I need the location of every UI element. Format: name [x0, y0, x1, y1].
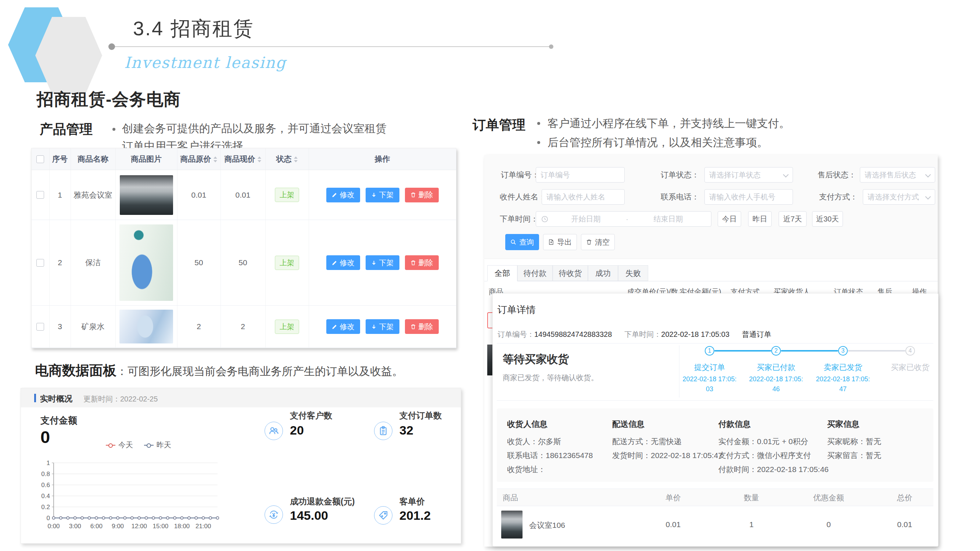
sort-icon[interactable]	[294, 157, 298, 162]
offshelf-button[interactable]: 下架	[366, 255, 399, 270]
svg-text:0: 0	[47, 514, 50, 522]
info-col-title: 收货人信息	[507, 419, 547, 430]
order-detail-title: 订单详情	[498, 303, 536, 316]
tab-success[interactable]: 成功	[588, 265, 618, 281]
clear-button[interactable]: 清空	[581, 234, 615, 250]
table-row: 2 保洁 50 50 上架 修改 下架 删除	[32, 220, 456, 306]
export-button[interactable]: 导出	[543, 234, 577, 250]
order-no-label: 订单编号：	[501, 167, 539, 183]
quick-range-30d-button[interactable]: 近30天	[812, 211, 843, 227]
stat-label: 客单价	[399, 496, 425, 507]
svg-text:15:00: 15:00	[153, 523, 169, 530]
items-header-product: 商品	[503, 492, 518, 503]
svg-text:0.8: 0.8	[41, 470, 50, 478]
arrow-down-icon	[371, 192, 377, 198]
info-row: 发货时间：2022-02-18 17:05:47	[612, 450, 722, 460]
cell-current-price: 2	[221, 306, 265, 348]
tab-failed[interactable]: 失败	[618, 265, 648, 281]
quick-range-yesterday-button[interactable]: 昨日	[748, 211, 772, 227]
price-tag-icon	[374, 506, 393, 524]
col-current-price-label: 商品现价	[224, 155, 255, 163]
row-checkbox[interactable]	[37, 259, 44, 267]
step-label-paid: 买家已付款	[747, 362, 805, 373]
delete-button[interactable]: 删除	[405, 188, 439, 202]
delete-button[interactable]: 删除	[405, 255, 439, 270]
col-actions: 操作	[309, 148, 456, 170]
dashboard-heading-desc: ：可图形化展现当前会务电商业务所产生的订单以及收益。	[116, 364, 403, 379]
offshelf-button-label: 下架	[379, 190, 394, 200]
sort-icon[interactable]	[213, 157, 218, 162]
info-row: 买家昵称：暂无	[827, 437, 881, 447]
order-no-label: 订单编号：	[498, 330, 534, 338]
date-range-picker[interactable]: 开始日期 · 结束日期	[536, 211, 711, 227]
legend-item-yesterday[interactable]: 昨天	[144, 440, 171, 450]
order-status-desc: 商家已发货，等待确认收货。	[503, 373, 598, 383]
item-total: 0.01	[897, 520, 912, 529]
phone-input[interactable]	[705, 189, 793, 205]
delete-button[interactable]: 删除	[405, 319, 439, 334]
order-time-label: 下单时间：	[624, 330, 661, 338]
chart-legend: 今天 昨天	[106, 440, 171, 450]
accent-bar	[34, 394, 36, 402]
clock-icon	[541, 216, 548, 222]
quick-range-7d-button[interactable]: 近7天	[779, 211, 807, 227]
tab-all[interactable]: 全部	[487, 265, 517, 281]
trash-icon	[410, 260, 416, 265]
sort-icon[interactable]	[258, 157, 262, 162]
divider	[679, 345, 679, 397]
tab-pending-receipt[interactable]: 待收货	[553, 265, 588, 281]
offshelf-button[interactable]: 下架	[366, 319, 399, 334]
section-title: 3.4 招商租赁	[133, 16, 254, 42]
status-badge: 上架	[275, 188, 299, 202]
status-badge: 上架	[275, 256, 299, 270]
info-col-title: 配送信息	[612, 419, 644, 430]
svg-text:0.2: 0.2	[41, 503, 50, 511]
quick-range-today-button[interactable]: 今日	[718, 211, 741, 227]
info-col-title: 付款信息	[718, 419, 751, 430]
info-col-title: 买家信息	[827, 419, 859, 430]
search-button[interactable]: 查询	[505, 234, 539, 250]
edit-button[interactable]: 修改	[326, 319, 360, 334]
stat-value: 32	[399, 423, 414, 438]
tab-pending-payment[interactable]: 待付款	[517, 265, 553, 281]
step-label-submit: 提交订单	[680, 362, 739, 373]
receiver-name-label: 收件人姓名：	[500, 189, 546, 205]
cell-name: 保洁	[70, 220, 115, 306]
bullet-dot	[537, 141, 540, 144]
edit-button[interactable]: 修改	[326, 255, 360, 270]
order-time-label: 下单时间：	[500, 211, 538, 227]
slide-canvas: 3.4 招商租赁 Investment leasing 招商租赁-会务电商 产品…	[0, 0, 980, 551]
row-checkbox[interactable]	[37, 323, 44, 330]
pay-method-select[interactable]: 请选择支付方式	[863, 189, 935, 205]
info-row: 收货人：尔多斯	[507, 437, 561, 447]
svg-text:3:00: 3:00	[69, 523, 81, 530]
svg-text:12:00: 12:00	[131, 523, 147, 530]
order-detail-meta: 订单编号：1494598824742883328 下单时间：2022-02-18…	[498, 330, 771, 340]
select-all-checkbox[interactable]	[37, 156, 44, 163]
legend-item-today[interactable]: 今天	[106, 440, 133, 450]
info-row: 联系电话：18612365478	[507, 450, 593, 460]
trash-icon	[410, 324, 416, 330]
date-separator: ·	[624, 215, 630, 223]
order-status-title: 等待买家收货	[503, 352, 569, 367]
row-checkbox[interactable]	[37, 191, 44, 199]
order-no-input[interactable]	[536, 167, 625, 183]
receiver-name-input[interactable]	[542, 189, 625, 205]
edit-button[interactable]: 修改	[326, 188, 360, 202]
select-placeholder: 请选择售后状态	[865, 170, 916, 180]
items-table-header	[497, 489, 933, 506]
edit-button-label: 修改	[340, 190, 355, 200]
aftersale-status-select[interactable]: 请选择售后状态	[860, 167, 935, 183]
legend-marker-icon	[106, 443, 115, 448]
offshelf-button[interactable]: 下架	[366, 188, 399, 202]
product-desc-line1: 创建会务可提供的产品以及服务，并可通过会议室租赁	[122, 121, 387, 136]
step-connector	[714, 350, 771, 351]
step-circle-4: 4	[905, 346, 915, 356]
offshelf-button-label: 下架	[379, 258, 394, 268]
page-title: 招商租赁-会务电商	[37, 88, 181, 111]
cell-name: 矿泉水	[70, 306, 115, 348]
export-doc-icon	[548, 239, 554, 245]
cell-index: 1	[49, 170, 70, 220]
step-time: 2022-02-18 17:05:03	[682, 374, 737, 394]
order-status-select[interactable]: 请选择订单状态	[705, 167, 793, 183]
